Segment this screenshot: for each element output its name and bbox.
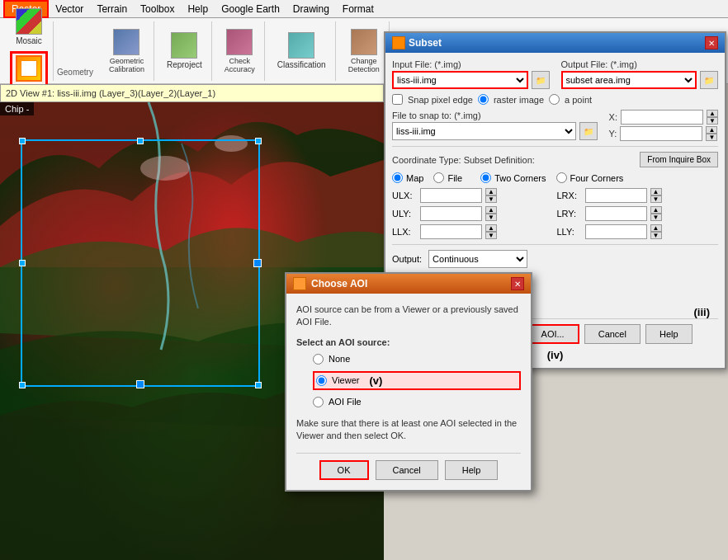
input-file-browse-button[interactable]: 📁 [532,71,550,89]
input-file-select[interactable]: liss-iii.img [392,71,528,89]
subset-aoi-button[interactable]: AOI... [527,324,579,344]
x-spin-up[interactable]: ▲ [707,110,718,117]
file-to-snap-select[interactable]: liss-iii.img [392,122,576,140]
x-spin-down[interactable]: ▼ [707,117,718,125]
uly-input[interactable]: 30.75 [420,206,482,221]
menu-help[interactable]: Help [181,2,215,16]
lly-input[interactable]: 0.00 [585,224,647,239]
file-to-snap-browse-button[interactable]: 📁 [579,122,598,140]
x-coord-input[interactable]: 0.0000000000 [621,110,703,125]
geometric-calibration-button[interactable]: GeometricCalibration [105,26,149,76]
aoi-file-radio-item: AOI File [313,397,521,407]
lrx-row: LRX: 79.00 ▲▼ [557,188,719,203]
handle-tl[interactable] [19,138,26,144]
aoi-file-radio[interactable] [313,397,324,407]
y-spin-up[interactable]: ▲ [706,126,717,134]
handle-tr[interactable] [255,138,262,144]
llx-input[interactable]: 0.00 [420,224,482,239]
check-accuracy-button[interactable]: CheckAccuracy [220,26,259,76]
snap-pixel-checkbox[interactable] [392,94,403,105]
selection-rectangle[interactable] [21,139,260,387]
ulx-down[interactable]: ▼ [485,195,497,203]
uly-down[interactable]: ▼ [485,214,497,221]
menu-terrain[interactable]: Terrain [90,2,134,16]
handle-ml[interactable] [19,260,26,266]
two-corners-radio-item: Two Corners [480,172,546,183]
file-radio[interactable] [433,172,444,183]
output-select[interactable]: Continuous [428,250,527,268]
menu-vector[interactable]: Vector [49,2,90,16]
llx-row: LLX: 0.00 ▲▼ [392,224,554,239]
output-file-select[interactable]: subset area.img [561,71,697,89]
lrx-input[interactable]: 79.00 [585,188,647,203]
y-spin-down[interactable]: ▼ [706,134,717,141]
handle-tm[interactable] [137,138,144,144]
subset-help-button[interactable]: Help [645,324,693,344]
toolbar-group-classification: Classification [268,21,336,81]
handle-bm[interactable] [136,380,144,388]
aoi-title-icon [293,277,306,290]
y-coord-input[interactable]: 0.0000000000 [620,126,702,141]
input-file-section: Input File: (*.img) liss-iii.img 📁 [392,59,550,89]
mosaic-button[interactable]: Mosaic [12,6,46,48]
menu-drawing[interactable]: Drawing [286,2,336,16]
toolbar-group-calibration: GeometricCalibration [100,21,154,81]
aoi-note: Make sure that there is at least one AOI… [296,417,521,443]
output-file-section: Output File: (*.img) subset area.img 📁 [561,59,719,89]
lry-input[interactable]: 29.50 [585,206,647,221]
a-point-radio[interactable] [549,94,560,105]
from-inquire-button[interactable]: From Inquire Box [640,152,718,167]
file-radio-item: File [433,172,462,183]
menu-google-earth[interactable]: Google Earth [215,2,286,16]
lly-up[interactable]: ▲ [650,224,662,232]
ulx-input[interactable]: 78.75 [420,188,482,203]
menu-toolbox[interactable]: Toolbox [134,2,181,16]
lly-down[interactable]: ▼ [650,232,662,239]
chip-label-bar: Chip - [0,102,34,115]
subset-close-button[interactable]: ✕ [705,36,718,49]
subset-title-icon [392,36,405,49]
uly-up[interactable]: ▲ [485,206,497,214]
output-file-browse-button[interactable]: 📁 [700,71,718,89]
lry-up[interactable]: ▲ [650,206,662,214]
none-radio[interactable] [313,354,324,365]
aoi-source-group: None Viewer (v) AOI File [313,354,521,407]
aoi-dialog-body: AOI source can be from a Viewer or a pre… [286,294,531,490]
llx-up[interactable]: ▲ [485,224,497,232]
toolbar-group-mosaic: Mosaic Subset [5,21,54,81]
aoi-cancel-button[interactable]: Cancel [376,460,438,480]
map-radio[interactable] [392,172,403,183]
reproject-button[interactable]: Reproject [163,30,206,72]
aoi-ok-button[interactable]: OK [319,460,369,480]
viewer-radio[interactable] [316,375,327,386]
aoi-select-label: Select an AOI source: [296,337,521,347]
ulx-up[interactable]: ▲ [485,188,497,195]
image-annotation: 2D View #1: liss-iii.img (Layer_3)(Layer… [0,84,384,102]
four-corners-radio[interactable] [556,172,567,183]
map-radio-item: Map [392,172,423,183]
two-corners-radio[interactable] [480,172,491,183]
map-file-group: Map File [392,172,462,183]
lry-down[interactable]: ▼ [650,214,662,221]
lrx-up[interactable]: ▲ [650,188,662,195]
geometry-label: Geometry [57,68,93,77]
toolbar-group-check: CheckAccuracy [215,21,265,81]
handle-bl[interactable] [19,382,26,388]
aoi-description: AOI source can be from a Viewer or a pre… [296,304,521,329]
snap-pixel-row: Snap pixel edge raster image a point [392,94,718,105]
llx-down[interactable]: ▼ [485,232,497,239]
file-to-snap-row: File to snap to: (*.img) liss-iii.img 📁 … [392,110,718,141]
aoi-help-button[interactable]: Help [445,460,499,480]
toolbar-group-reproject: Reproject [158,21,212,81]
handle-br[interactable] [255,382,262,388]
handle-mr[interactable] [253,259,262,267]
subset-cancel-button[interactable]: Cancel [584,324,641,344]
classification-button[interactable]: Classification [273,30,330,72]
raster-image-radio[interactable] [478,94,489,105]
lrx-down[interactable]: ▼ [650,195,662,203]
change-detection-button[interactable]: ChangeDetection [344,26,384,76]
coord-type-row: Coordinate Type: Subset Definition: From… [392,152,718,167]
aoi-close-button[interactable]: ✕ [511,277,524,290]
menubar: Raster Vector Terrain Toolbox Help Googl… [0,0,728,18]
menu-format[interactable]: Format [336,2,381,16]
